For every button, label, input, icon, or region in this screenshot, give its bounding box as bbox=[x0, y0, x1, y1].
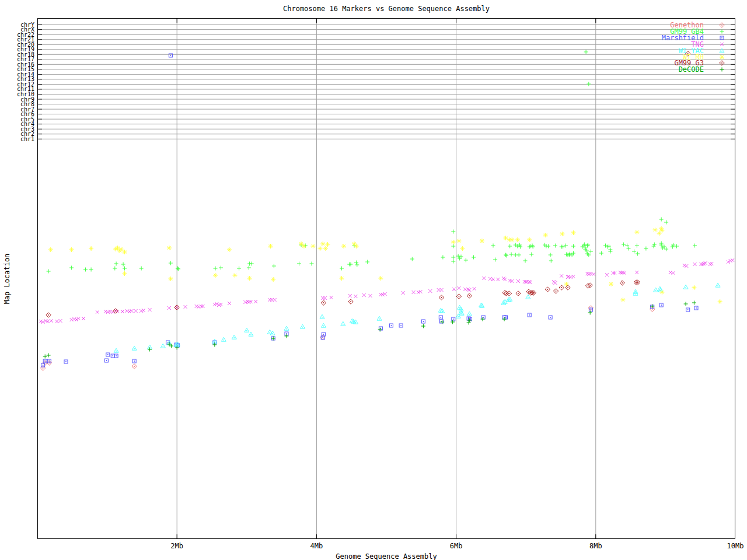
wi-rh-point bbox=[718, 299, 722, 304]
wi-rh-point bbox=[271, 277, 275, 282]
gm99-gb4-point bbox=[214, 267, 218, 271]
gm99-g3-point bbox=[545, 287, 550, 292]
wi-rh-point bbox=[69, 247, 74, 252]
tng-point bbox=[428, 289, 432, 293]
wi-rh-point bbox=[354, 244, 359, 249]
decode-point bbox=[271, 337, 275, 341]
gm99-gb4-point bbox=[652, 243, 657, 247]
marshfield-point bbox=[481, 316, 485, 319]
gm99-gb4-point bbox=[546, 244, 550, 249]
wi-rh-point bbox=[509, 237, 514, 242]
tng-point bbox=[412, 290, 416, 294]
gm99-gb4-point bbox=[365, 260, 369, 264]
gm99-gb4-point bbox=[219, 266, 223, 270]
tng-point bbox=[323, 296, 327, 300]
tng-point bbox=[362, 293, 366, 297]
x-axis-tick-label: 4Mb bbox=[299, 542, 334, 550]
gm99-gb4-point bbox=[354, 261, 358, 265]
gm99-g3-point bbox=[553, 289, 558, 293]
gm99-gb4-point bbox=[47, 270, 51, 274]
tng-point bbox=[96, 310, 99, 314]
wi-yac-point bbox=[715, 283, 720, 287]
gm99-gb4-point bbox=[553, 244, 557, 248]
gm99-gb4-point bbox=[664, 247, 668, 251]
marshfield-point bbox=[104, 359, 108, 362]
x-axis-tick-label: 10Mb bbox=[718, 542, 747, 550]
wi-rh-point bbox=[460, 246, 465, 251]
wi-rh-point bbox=[227, 247, 232, 252]
wi-rh-point bbox=[268, 244, 273, 249]
decode-point bbox=[467, 318, 472, 323]
gm99-gb4-point bbox=[441, 256, 445, 260]
gm99-g3-point bbox=[456, 294, 461, 299]
wi-rh-point bbox=[317, 246, 322, 251]
marshfield-point bbox=[452, 317, 455, 321]
wi-yac-point bbox=[320, 314, 324, 318]
tng-point bbox=[59, 319, 62, 323]
gm99-gb4-point bbox=[587, 82, 591, 86]
gm99-gb4-point bbox=[586, 243, 590, 247]
wi-rh-point bbox=[116, 246, 120, 250]
tng-point bbox=[254, 300, 257, 303]
marshfield-point bbox=[421, 320, 425, 323]
wi-yac-point bbox=[321, 323, 326, 327]
gm99-gb4-point bbox=[504, 254, 508, 258]
gm99-gb4-point bbox=[523, 259, 528, 263]
gm99-gb4-point bbox=[69, 266, 74, 270]
gm99-g3-point bbox=[467, 293, 472, 298]
wi-rh-point bbox=[634, 230, 639, 235]
marshfield-point bbox=[659, 303, 663, 307]
series-decode bbox=[43, 301, 696, 359]
wi-rh-point bbox=[167, 246, 172, 250]
gm99-gb4-point bbox=[247, 266, 251, 270]
wi-rh-point bbox=[310, 244, 315, 249]
wi-yac-point bbox=[341, 321, 345, 326]
marshfield-point bbox=[106, 353, 110, 356]
wi-rh-point bbox=[692, 285, 696, 290]
gm99-gb4-point bbox=[114, 262, 118, 266]
wi-yac-point bbox=[501, 300, 506, 304]
tng-point bbox=[672, 271, 675, 275]
gm99-gb4-point bbox=[451, 244, 455, 249]
y-axis-label: Map Location bbox=[3, 254, 11, 304]
tng-point bbox=[121, 310, 124, 313]
wi-yac-point bbox=[683, 285, 688, 289]
gm99-g3-point bbox=[348, 299, 353, 304]
tng-point bbox=[592, 272, 595, 276]
gm99-gb4-point bbox=[340, 267, 344, 271]
series-wi-rh bbox=[48, 226, 722, 304]
wi-rh-point bbox=[123, 271, 127, 276]
wi-yac-point bbox=[654, 288, 658, 292]
gm99-gb4-point bbox=[451, 230, 455, 234]
gm99-g3-point bbox=[439, 295, 444, 300]
marshfield-point bbox=[64, 360, 68, 363]
tng-point bbox=[693, 262, 697, 266]
tng-point bbox=[503, 278, 507, 281]
wi-rh-point bbox=[527, 237, 532, 242]
gm99-gb4-point bbox=[451, 256, 455, 260]
marshfield-point bbox=[549, 316, 552, 319]
decode-point bbox=[481, 317, 485, 321]
tng-point bbox=[516, 279, 520, 283]
wi-rh-point bbox=[653, 228, 658, 232]
wi-rh-point bbox=[515, 237, 520, 242]
decode-point bbox=[148, 348, 152, 352]
gridlines bbox=[177, 19, 596, 538]
tng-point bbox=[482, 276, 486, 280]
genethon-point bbox=[132, 364, 137, 369]
wi-rh-point bbox=[341, 244, 346, 249]
plot-area bbox=[37, 18, 735, 539]
decode-point bbox=[285, 334, 289, 338]
tng-point bbox=[440, 288, 444, 292]
marshfield-point bbox=[440, 320, 444, 323]
gm99-gb4-point bbox=[671, 245, 675, 249]
tng-point bbox=[184, 305, 187, 309]
wi-rh-point bbox=[233, 273, 238, 278]
tng-point bbox=[55, 320, 59, 323]
decode-point bbox=[378, 328, 382, 332]
x-axis-tick-label: 6Mb bbox=[439, 542, 474, 550]
gm99-gb4-point bbox=[169, 261, 173, 265]
wi-rh-point bbox=[168, 276, 173, 281]
wi-rh-point bbox=[123, 250, 127, 254]
wi-yac-point bbox=[245, 328, 249, 332]
